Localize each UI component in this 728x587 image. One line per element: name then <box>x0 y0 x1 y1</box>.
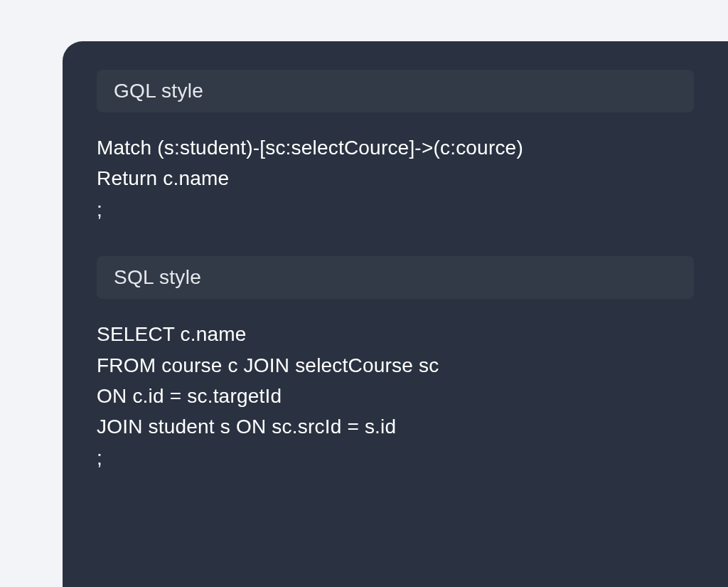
code-block-gql: Match (s:student)-[sc:selectCource]->(c:… <box>97 132 694 225</box>
code-line: Return c.name <box>97 163 694 194</box>
code-line: ; <box>97 194 694 225</box>
code-line: JOIN student s ON sc.srcId = s.id <box>97 411 694 442</box>
code-line: ON c.id = sc.targetId <box>97 381 694 411</box>
code-line: Match (s:student)-[sc:selectCource]->(c:… <box>97 132 694 163</box>
code-panel: GQL style Match (s:student)-[sc:selectCo… <box>63 41 728 587</box>
code-line: ; <box>97 443 694 473</box>
section-title: SQL style <box>114 266 201 288</box>
section-header-sql: SQL style <box>97 256 694 299</box>
code-line: SELECT c.name <box>97 319 694 349</box>
code-line: FROM course c JOIN selectCourse sc <box>97 350 694 381</box>
code-block-sql: SELECT c.name FROM course c JOIN selectC… <box>97 319 694 473</box>
section-header-gql: GQL style <box>97 70 694 112</box>
section-title: GQL style <box>114 80 203 102</box>
